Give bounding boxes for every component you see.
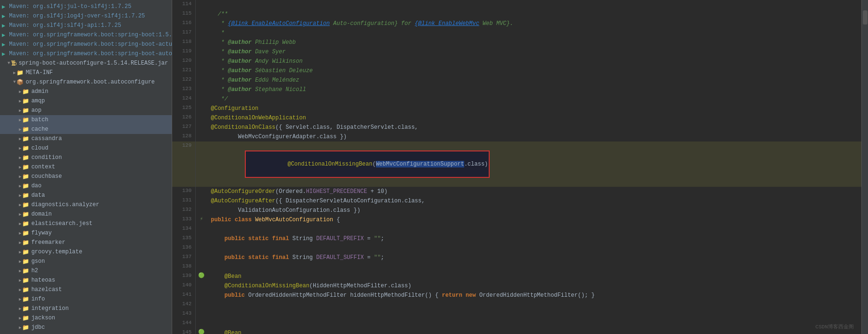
line-number: 133	[172, 215, 196, 225]
maven-item-4[interactable]: ▶ Maven: org.springframework.boot:spring…	[0, 30, 172, 40]
domain-item[interactable]: ▶ 📁 domain	[0, 209, 172, 219]
folder-icon-groovy: 📁	[22, 249, 29, 256]
arrow-right-icon-aop: ▶	[19, 108, 21, 113]
code-text	[207, 243, 861, 253]
arrow-right-icon-cass: ▶	[19, 136, 21, 142]
freemarker-item[interactable]: ▶ 📁 freemarker	[0, 238, 172, 247]
folder-icon-integ: 📁	[22, 305, 29, 312]
condition-label: condition	[31, 154, 62, 161]
folder-icon-data: 📁	[22, 192, 29, 199]
arrow-right-icon-couch: ▶	[19, 174, 21, 179]
gutter	[196, 309, 207, 319]
maven-label-1: Maven: org.slf4j:jul-to-slf4j:1.7.25	[9, 3, 131, 10]
folder-icon-hat: 📁	[22, 277, 29, 284]
maven-item-2[interactable]: ▶ Maven: org.slf4j:log4j-over-slf4j:1.7.…	[0, 11, 172, 21]
jdbc-item[interactable]: ▶ 📁 jdbc	[0, 323, 172, 332]
arrow-right-icon-batch: ▶	[19, 117, 21, 123]
maven-label-4: Maven: org.springframework.boot:spring-b…	[9, 32, 172, 38]
code-text: @Bean	[207, 328, 861, 334]
code-text	[207, 225, 861, 234]
maven-label-6: Maven: org.springframework.boot:spring-b…	[9, 50, 172, 57]
folder-icon-info: 📁	[22, 296, 29, 303]
arrow-right-icon-integ: ▶	[19, 306, 21, 311]
bean-marker-icon-3: 🟢	[198, 329, 205, 334]
hateoas-item[interactable]: ▶ 📁 hateoas	[0, 276, 172, 285]
code-line-132: 132 ValidationAutoConfiguration.class })	[172, 206, 861, 215]
gutter: ⚡	[196, 215, 207, 225]
condition-item[interactable]: ▶ 📁 condition	[0, 153, 172, 162]
arrow-down-icon-2: ▼	[13, 80, 16, 84]
integration-item[interactable]: ▶ 📁 integration	[0, 304, 172, 313]
scrollbar-thumb[interactable]	[863, 10, 868, 25]
domain-label: domain	[31, 211, 51, 217]
line-number: 117	[172, 28, 196, 38]
arrow-right-icon-diag: ▶	[19, 202, 21, 208]
aop-item[interactable]: ▶ 📁 aop	[0, 106, 172, 115]
freemarker-label: freemarker	[31, 239, 65, 246]
cassandra-item[interactable]: ▶ 📁 cassandra	[0, 134, 172, 143]
jackson-item[interactable]: ▶ 📁 jackson	[0, 313, 172, 323]
dao-item[interactable]: ▶ 📁 dao	[0, 181, 172, 191]
maven-item-1[interactable]: ▶ Maven: org.slf4j:jul-to-slf4j:1.7.25	[0, 2, 172, 11]
context-item[interactable]: ▶ 📁 context	[0, 162, 172, 172]
h2-item[interactable]: ▶ 📁 h2	[0, 266, 172, 276]
code-text: public OrderedHiddenHttpMethodFilter hid…	[207, 291, 861, 300]
code-text: * @author Phillip Webb	[207, 38, 861, 47]
maven-label-3: Maven: org.slf4j:slf4j-api:1.7.25	[9, 22, 121, 29]
arrow-right-icon-cond: ▶	[19, 155, 21, 160]
gutter	[196, 196, 207, 206]
line-number: 142	[172, 300, 196, 309]
elasticsearch-item[interactable]: ▶ 📁 elasticsearch.jest	[0, 219, 172, 228]
amqp-item[interactable]: ▶ 📁 amqp	[0, 96, 172, 106]
gutter	[196, 75, 207, 85]
info-item[interactable]: ▶ 📁 info	[0, 294, 172, 304]
meta-inf-item[interactable]: ▶ 📁 META-INF	[0, 68, 172, 77]
maven-item-6[interactable]: ▶ Maven: org.springframework.boot:spring…	[0, 49, 172, 58]
code-scroll-area[interactable]: 114 115 /** 116 * {@link EnableAutoConfi…	[172, 0, 861, 334]
code-line-129: 129 @ConditionalOnMissingBean(WebMvcConf…	[172, 142, 861, 187]
groovy-item[interactable]: ▶ 📁 groovy.template	[0, 247, 172, 257]
admin-item[interactable]: ▶ 📁 admin	[0, 87, 172, 96]
gutter	[196, 104, 207, 113]
maven-item-5[interactable]: ▶ Maven: org.springframework.boot:spring…	[0, 40, 172, 49]
diagnostics-item[interactable]: ▶ 📁 diagnostics.analyzer	[0, 200, 172, 209]
flyway-item[interactable]: ▶ 📁 flyway	[0, 228, 172, 238]
cache-item[interactable]: ▶ 📁 cache	[0, 125, 172, 134]
maven-icon-2: ▶	[2, 13, 5, 20]
maven-item-3[interactable]: ▶ Maven: org.slf4j:slf4j-api:1.7.25	[0, 21, 172, 30]
jdbc-label: jdbc	[31, 324, 45, 331]
file-tree[interactable]: ▶ Maven: org.slf4j:jul-to-slf4j:1.7.25 ▶…	[0, 0, 172, 334]
bean-marker-icon: ⚡	[200, 216, 203, 222]
maven-icon-3: ▶	[2, 22, 5, 29]
code-text	[207, 0, 861, 9]
code-text: public static final String DEFAULT_SUFFI…	[207, 253, 861, 262]
folder-icon-amqp: 📁	[22, 98, 29, 105]
hazelcast-item[interactable]: ▶ 📁 hazelcast	[0, 285, 172, 294]
folder-icon-fly: 📁	[22, 230, 29, 237]
gutter	[196, 206, 207, 215]
couchbase-label: couchbase	[31, 173, 62, 180]
couchbase-item[interactable]: ▶ 📁 couchbase	[0, 172, 172, 181]
batch-label: batch	[31, 117, 48, 123]
code-text	[207, 300, 861, 309]
arrow-right-icon-jack: ▶	[19, 316, 21, 321]
jar-item[interactable]: ▼ 🗜 spring-boot-autoconfigure-1.5.14.REL…	[0, 58, 172, 68]
code-text: public class WebMvcAutoConfiguration {	[207, 215, 861, 225]
gson-item[interactable]: ▶ 📁 gson	[0, 257, 172, 266]
code-line-137: 137 public static final String DEFAULT_S…	[172, 253, 861, 262]
folder-icon-meta: 📁	[17, 69, 24, 76]
cloud-item[interactable]: ▶ 📁 cloud	[0, 143, 172, 153]
folder-icon-cloud: 📁	[22, 145, 29, 152]
code-line-119: 119 * @author Dave Syer	[172, 47, 861, 57]
right-scrollbar[interactable]	[861, 0, 868, 334]
code-line-143: 143	[172, 309, 861, 319]
highlighted-annotation: @ConditionalOnMissingBean(WebMvcConfigur…	[245, 150, 490, 178]
maven-icon-5: ▶	[2, 41, 5, 48]
arrow-right-icon-hat: ▶	[19, 278, 21, 283]
batch-item[interactable]: ▶ 📁 batch	[0, 115, 172, 125]
org-package-item[interactable]: ▼ 📦 org.springframework.boot.autoconfigu…	[0, 77, 172, 87]
maven-icon-4: ▶	[2, 32, 5, 39]
data-item[interactable]: ▶ 📁 data	[0, 191, 172, 200]
line-number: 114	[172, 0, 196, 9]
line-number: 121	[172, 66, 196, 75]
